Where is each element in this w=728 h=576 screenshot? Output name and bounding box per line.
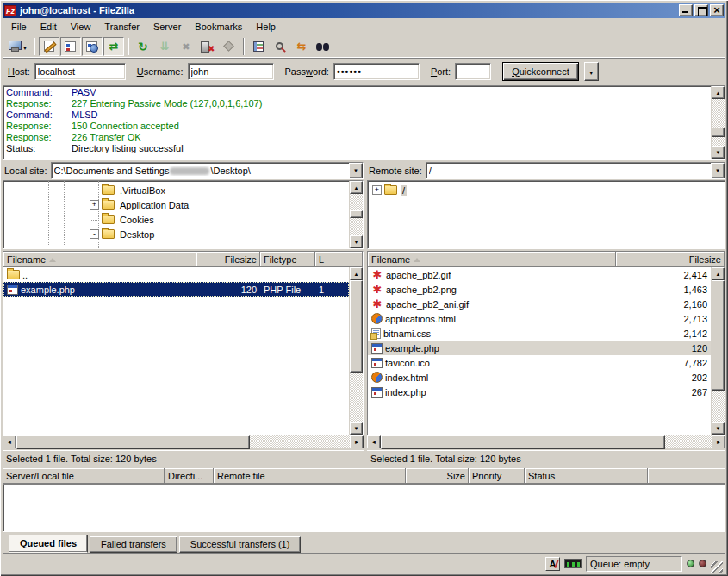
port-input[interactable] (455, 63, 491, 80)
toggle-local-tree-button[interactable] (60, 37, 81, 56)
scroll-down-icon[interactable]: ▼ (712, 422, 725, 435)
site-manager-icon (8, 41, 21, 52)
password-input[interactable] (333, 63, 420, 80)
resize-grip[interactable] (711, 561, 723, 573)
local-tree-scrollbar[interactable]: ▲ ▼ (349, 181, 363, 248)
menu-help[interactable]: Help (249, 20, 283, 34)
local-site-combo[interactable]: C:\Documents and Settings\Desktop\ ▼ (51, 162, 364, 179)
tab-failed-transfers[interactable]: Failed transfers (90, 536, 177, 553)
menu-view[interactable]: View (64, 20, 98, 34)
file-row[interactable]: favicon.ico 7,782 (368, 355, 711, 370)
menu-server[interactable]: Server (146, 20, 188, 34)
scroll-up-icon[interactable]: ▲ (350, 181, 363, 194)
queue-column-spacer (648, 468, 725, 484)
file-row-example-php[interactable]: example.php 120 (368, 341, 711, 355)
transfer-type-icon[interactable]: A (545, 557, 560, 571)
file-row[interactable]: applications.html 2,713 (368, 311, 711, 326)
titlebar[interactable]: Fz john@localhost - FileZilla (3, 3, 725, 18)
column-header-lastmodified[interactable]: L (315, 252, 363, 267)
filename-filters-button[interactable] (270, 37, 290, 56)
tab-queued-files[interactable]: Queued files (9, 535, 88, 553)
synchronized-browsing-button[interactable] (291, 37, 312, 56)
tree-item-application-data[interactable]: +Application Data (3, 197, 349, 212)
remote-file-list: Filename Filesize apache_pb2.gif 2,414 a… (367, 251, 725, 435)
scroll-thumb[interactable] (350, 210, 363, 218)
queue-column-status[interactable]: Status (525, 468, 648, 484)
remote-site-dropdown[interactable]: ▼ (711, 163, 725, 178)
expand-icon[interactable]: + (90, 200, 99, 210)
log-scrollbar[interactable]: ▲ ▼ (711, 86, 725, 159)
queue-column-remote-file[interactable]: Remote file (214, 468, 406, 484)
menu-bookmarks[interactable]: Bookmarks (188, 20, 249, 34)
disconnect-button[interactable] (197, 37, 218, 56)
menu-edit[interactable]: Edit (34, 20, 64, 34)
scroll-thumb[interactable] (381, 435, 665, 449)
site-manager-button[interactable] (5, 37, 30, 56)
reconnect-button[interactable] (219, 37, 240, 56)
queue-body[interactable] (3, 484, 725, 532)
queue-column-direction[interactable]: Directi... (165, 468, 214, 484)
scroll-thumb[interactable] (16, 435, 250, 449)
tab-successful-transfers[interactable]: Successful transfers (1) (179, 536, 302, 553)
toggle-message-log-button[interactable] (39, 37, 59, 56)
menu-file[interactable]: File (4, 20, 34, 34)
toggle-queue-button[interactable] (103, 37, 124, 56)
scroll-up-icon[interactable]: ▲ (712, 267, 725, 280)
close-button[interactable] (710, 4, 724, 16)
remote-horizontal-scrollbar[interactable]: ◄ ► (367, 435, 725, 449)
directory-comparison-button[interactable] (248, 37, 269, 56)
scroll-thumb[interactable] (712, 128, 725, 137)
scroll-down-icon[interactable]: ▼ (350, 422, 363, 435)
column-header-filesize[interactable]: Filesize (196, 252, 260, 267)
remote-list-scrollbar[interactable]: ▲ ▼ (711, 267, 725, 435)
quickconnect-dropdown-button[interactable] (584, 62, 599, 81)
username-input[interactable] (188, 63, 274, 80)
file-row[interactable]: apache_pb2.gif 2,414 (368, 267, 711, 282)
scroll-right-icon[interactable]: ► (712, 435, 725, 449)
file-row[interactable]: index.php 267 (368, 385, 711, 399)
scroll-left-icon[interactable]: ◄ (3, 435, 16, 449)
scroll-right-icon[interactable]: ► (350, 435, 364, 449)
column-header-filename[interactable]: Filename (3, 252, 196, 267)
local-site-dropdown[interactable]: ▼ (349, 163, 363, 178)
queue-column-priority[interactable]: Priority (469, 468, 525, 484)
scroll-up-icon[interactable]: ▲ (350, 267, 363, 280)
file-row[interactable]: bitnami.css 2,142 (368, 326, 711, 341)
quickconnect-button[interactable]: Quickconnect (502, 62, 579, 81)
scroll-left-icon[interactable]: ◄ (367, 435, 381, 449)
host-input[interactable] (34, 63, 126, 80)
column-header-filesize[interactable]: Filesize (616, 252, 725, 267)
expand-icon[interactable]: + (372, 185, 382, 195)
column-header-filetype[interactable]: Filetype (260, 252, 315, 267)
file-row-parent-dir[interactable]: .. (3, 267, 349, 282)
find-files-button[interactable] (313, 37, 333, 56)
local-horizontal-scrollbar[interactable]: ◄ ► (3, 435, 364, 449)
tree-item-virtualbox[interactable]: .VirtualBox (3, 183, 349, 197)
maximize-button[interactable] (694, 4, 708, 16)
queue-column-server-local[interactable]: Server/Local file (3, 468, 165, 484)
scroll-thumb[interactable] (350, 280, 363, 373)
cancel-operation-button[interactable] (176, 37, 196, 56)
toggle-remote-tree-button[interactable] (82, 37, 103, 56)
tree-item-root[interactable]: +/ (368, 183, 725, 197)
scroll-down-icon[interactable]: ▼ (712, 146, 725, 159)
remote-site-combo[interactable]: / ▼ (426, 162, 725, 179)
file-row[interactable]: index.html 202 (368, 370, 711, 385)
scroll-thumb[interactable] (712, 280, 725, 391)
file-row[interactable]: apache_pb2_ani.gif 2,160 (368, 297, 711, 311)
file-row[interactable]: apache_pb2.png 1,463 (368, 282, 711, 297)
local-list-scrollbar[interactable]: ▲ ▼ (349, 267, 363, 435)
tree-item-cookies[interactable]: Cookies (3, 212, 349, 227)
file-row-example-php[interactable]: example.php 120 PHP File 1 (3, 282, 349, 297)
menu-transfer[interactable]: Transfer (97, 20, 146, 34)
queue-column-size[interactable]: Size (406, 468, 469, 484)
minimize-button[interactable] (679, 4, 693, 16)
scroll-up-icon[interactable]: ▲ (712, 86, 725, 99)
refresh-button[interactable] (133, 37, 153, 56)
process-queue-button[interactable] (154, 37, 175, 56)
scroll-down-icon[interactable]: ▼ (350, 235, 363, 248)
column-header-filename[interactable]: Filename (368, 252, 616, 267)
synchronized-browsing-icon (297, 40, 307, 53)
tree-item-desktop[interactable]: -Desktop (3, 227, 349, 241)
collapse-icon[interactable]: - (90, 229, 99, 239)
